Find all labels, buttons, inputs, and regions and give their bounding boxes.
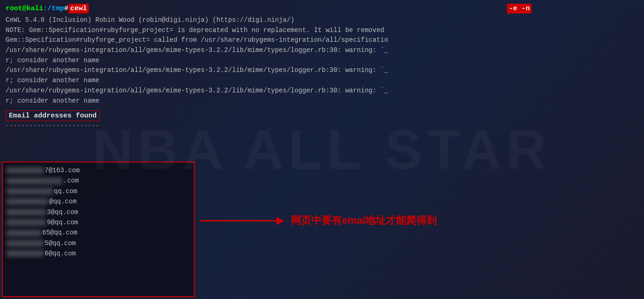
email-found-label: Email addresses found (6, 110, 100, 121)
prompt-user: root (6, 5, 22, 13)
output-line-3: Gem::Specification#rubyforge_project= ca… (6, 35, 638, 46)
command-line: root@kali:/tmp# cewl -e -n (6, 4, 638, 13)
terminal-window: root@kali:/tmp# cewl -e -n CeWL 5.4.8 (I… (0, 0, 644, 299)
prompt: root@kali:/tmp# (6, 5, 68, 13)
terminal-output: CeWL 5.4.8 (Inclusion) Robin Wood (robin… (6, 15, 638, 106)
output-line-5: r; consider another name (6, 56, 638, 66)
separator: ------------------------ (6, 122, 638, 130)
arrow-icon (200, 220, 283, 221)
email-found-section: Email addresses found (6, 109, 638, 122)
output-line-4: /usr/share/rubygems-integration/all/gems… (6, 46, 638, 56)
annotation: 网页中要有emai地址才能爬得到 (200, 214, 437, 228)
command-cewl-highlighted: cewl (68, 4, 89, 13)
annotation-text: 网页中要有emai地址才能爬得到 (291, 214, 437, 228)
prompt-at: @ (22, 5, 26, 13)
command-flags-highlighted: -e -n (507, 4, 532, 13)
prompt-hash: # (64, 5, 68, 13)
output-line-8: /usr/share/rubygems-integration/all/gems… (6, 86, 638, 96)
output-line-2: NOTE: Gem::Specification#rubyforge_proje… (6, 26, 638, 36)
output-line-6: /usr/share/rubygems-integration/all/gems… (6, 65, 638, 76)
prompt-host: kali (26, 5, 43, 13)
command-args-blurred (89, 5, 507, 13)
output-line-9: r; consider another name (6, 96, 638, 106)
output-line-7: r; consider another name (6, 76, 638, 86)
prompt-path: :/tmp (43, 5, 64, 13)
output-line-1: CeWL 5.4.8 (Inclusion) Robin Wood (robin… (6, 15, 638, 26)
